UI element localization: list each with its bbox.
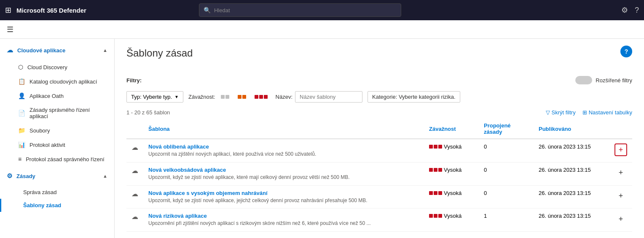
row-linked-cell: 0 (479, 185, 534, 208)
row-icon-cell: ☁ (126, 185, 143, 208)
row-published-cell: 26. února 2023 13:15 (534, 139, 609, 162)
chevron-up-icon-policies: ▲ (103, 173, 107, 178)
sidebar-item-policies-mgmt[interactable]: 📄 Zásady správného řízení aplikací (0, 103, 114, 123)
policies-subsection: Správa zásad Šablony zásad (0, 184, 114, 214)
main-layout: ☁ Cloudové aplikace ▲ ⬡ Cloud Discovery … (0, 39, 644, 238)
template-name[interactable]: Nová oblíbená aplikace (148, 143, 419, 150)
hide-filters-label: Skrýt filtry (552, 109, 576, 116)
row-icon-cell: ☁ (126, 162, 143, 185)
table-count: 1 - 20 z 65 šablon (126, 109, 170, 116)
sidebar-section-policies[interactable]: ⚙ Zásady ▲ (0, 168, 114, 184)
severity-label: Vysoká (444, 190, 462, 196)
template-name[interactable]: Nová aplikace s vysokým objemem nahráván… (148, 190, 419, 196)
sidebar-item-oath[interactable]: 👤 Aplikace Oath (0, 89, 114, 103)
col-header-template: Šablona (143, 119, 424, 139)
type-filter[interactable]: Typ: Vyberte typ. ▼ (126, 91, 183, 103)
sidebar-files-label: Soubory (30, 127, 50, 134)
policies-section-icon: ⚙ (7, 172, 12, 180)
type-filter-label: Typ: Vyberte typ. (131, 94, 172, 100)
hamburger-icon[interactable]: ☰ (7, 25, 13, 34)
severity-badge: Vysoká (429, 167, 474, 173)
name-filter-group: Název: (276, 91, 362, 103)
template-icon: ☁ (131, 167, 138, 174)
row-template-cell: Nová aplikace s vysokým objemem nahráván… (143, 185, 424, 208)
table-settings-icon: ⊞ (582, 109, 587, 116)
template-icon: ☁ (131, 144, 138, 151)
settings-icon[interactable]: ⚙ (621, 5, 628, 15)
sidebar-oath-label: Aplikace Oath (30, 93, 64, 99)
add-button-2[interactable]: + (614, 190, 627, 203)
grid-icon[interactable]: ⊞ (5, 5, 11, 15)
templates-table: Šablona Závažnost Propojené zásady Publi… (126, 119, 632, 232)
row-severity-cell: Vysoká (424, 139, 479, 162)
severity-medium[interactable] (235, 93, 249, 101)
sidebar: ☁ Cloudové aplikace ▲ ⬡ Cloud Discovery … (0, 39, 115, 238)
sidebar-cloud-discovery-label: Cloud Discovery (27, 64, 67, 70)
table-settings-label: Nastavení tabulky (589, 109, 632, 116)
template-icon: ☁ (131, 213, 138, 220)
category-filter[interactable]: Kategorie: Vyberte kategorii rizika. (368, 91, 460, 103)
sidebar-activity-log-label: Protokol aktivit (30, 142, 65, 148)
help-icon[interactable]: ? (635, 6, 639, 15)
help-button[interactable]: ? (620, 46, 632, 57)
severity-badge: Vysoká (429, 143, 474, 150)
sidebar-item-activity-log[interactable]: 📊 Protokol aktivit (0, 138, 114, 152)
row-linked-cell: 0 (479, 139, 534, 162)
sidebar-section-cloud-apps[interactable]: ☁ Cloudové aplikace ▲ (0, 42, 114, 58)
files-icon: 📁 (18, 127, 25, 134)
row-linked-cell: 0 (479, 162, 534, 185)
row-published-cell: 26. února 2023 13:15 (534, 208, 609, 232)
hide-filters-btn[interactable]: ▽ Skrýt filtry (546, 109, 576, 116)
page-title: Šablony zásad (126, 47, 193, 59)
advanced-filters-label: Rozšířené filtry (596, 77, 632, 84)
published-date: 26. února 2023 13:15 (539, 213, 591, 219)
template-name[interactable]: Nová velkoobsádová aplikace (148, 167, 419, 173)
search-input[interactable] (214, 7, 397, 14)
sidebar-policies-mgmt-label: Zásady správného řízení aplikací (30, 107, 107, 119)
severity-filter-group: Závažnost: (188, 93, 271, 101)
severity-badge: Vysoká (429, 213, 474, 219)
row-severity-cell: Vysoká (424, 208, 479, 232)
row-template-cell: Nová velkoobsádová aplikace Upozornit, k… (143, 162, 424, 185)
toggle-switch[interactable] (575, 76, 592, 84)
severity-label: Vysoká (444, 213, 462, 219)
chevron-up-icon: ▲ (103, 48, 107, 53)
policies-mgmt-icon: 📄 (18, 110, 25, 116)
sidebar-subitem-manage-policies[interactable]: Správa zásad (0, 186, 114, 199)
filters-row: Filtry: Rozšířené filtry (126, 76, 632, 84)
template-desc: Upozornit, když se zjistí nové aplikace,… (148, 174, 419, 181)
severity-low[interactable] (218, 93, 232, 101)
type-filter-chevron: ▼ (174, 95, 179, 99)
severity-high[interactable] (252, 93, 271, 101)
sidebar-item-gov-policies-log[interactable]: ≡ Protokol zásad správného řízení (0, 152, 114, 166)
template-desc: Upozornit, když se zjistí nové aplikace,… (148, 197, 419, 204)
row-action-cell: + (609, 208, 632, 232)
table-settings-btn[interactable]: ⊞ Nastavení tabulky (582, 109, 632, 116)
linked-count: 0 (484, 190, 487, 196)
cloud-apps-icon: ☁ (7, 46, 13, 54)
sidebar-item-catalog[interactable]: 📋 Katalog cloudových aplikací (0, 74, 114, 89)
severity-label: Vysoká (444, 143, 462, 150)
severity-badge: Vysoká (429, 190, 474, 196)
row-template-cell: Nová riziková aplikace Upozornění při zj… (143, 208, 424, 232)
row-action-cell: + (609, 139, 632, 162)
template-icon: ☁ (131, 190, 138, 197)
gov-policies-log-icon: ≡ (18, 156, 21, 162)
search-bar[interactable]: 🔍 (199, 3, 401, 17)
template-name[interactable]: Nová riziková aplikace (148, 213, 419, 219)
name-filter-input[interactable] (295, 91, 362, 103)
add-button-1[interactable]: + (614, 167, 627, 179)
sidebar-item-files[interactable]: 📁 Soubory (0, 123, 114, 138)
add-button-3[interactable]: + (614, 213, 627, 225)
cloud-discovery-icon: ⬡ (18, 64, 23, 70)
sidebar-manage-policies-label: Správa zásad (23, 189, 57, 195)
add-button-0[interactable]: + (614, 143, 627, 156)
sidebar-subitem-policy-templates[interactable]: Šablony zásad (0, 199, 114, 212)
sidebar-item-cloud-discovery[interactable]: ⬡ Cloud Discovery (0, 60, 114, 74)
advanced-filters-toggle[interactable]: Rozšířené filtry (575, 76, 632, 84)
published-date: 26. února 2023 13:15 (539, 143, 591, 150)
linked-count: 0 (484, 143, 487, 150)
table-row: ☁ Nová riziková aplikace Upozornění při … (126, 208, 632, 232)
col-header-published: Publikováno (534, 119, 609, 139)
row-icon-cell: ☁ (126, 139, 143, 162)
